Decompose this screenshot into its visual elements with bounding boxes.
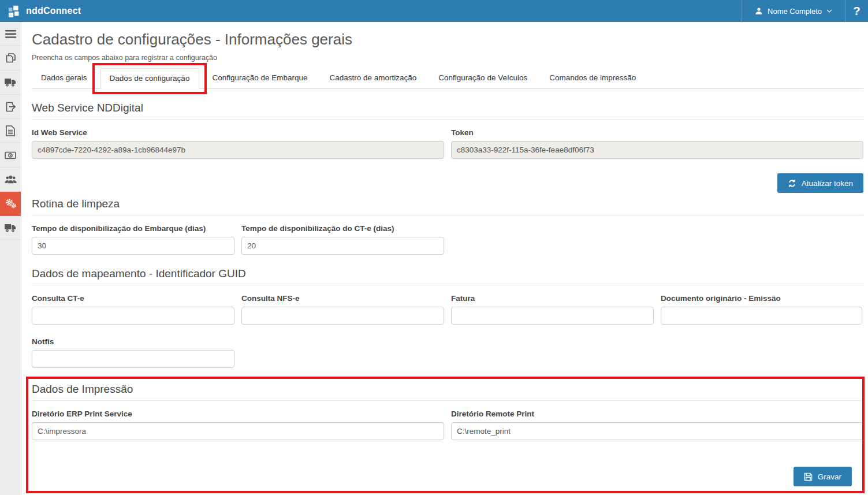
diretorio-erp-label: Diretório ERP Print Service [32,410,444,418]
tab-configuracao-de-veiculos[interactable]: Configuração de Veículos [429,68,537,89]
section-title-mapeamento: Dados de mapeamento - Identificador GUID [32,267,863,285]
user-name-label: Nome Completo [768,7,822,16]
notfis-label: Notfis [32,337,234,346]
tab-comandos-de-impressao[interactable]: Comandos de impressão [540,68,645,89]
consulta-cte-label: Consulta CT-e [32,294,234,303]
sidebar [0,22,21,495]
refresh-icon [788,179,796,188]
tempo-embarque-label: Tempo de disponibilização do Embarque (d… [32,224,234,233]
tempo-embarque-field[interactable] [32,237,234,255]
sidebar-item-export[interactable] [0,95,21,119]
chevron-down-icon [826,9,832,13]
sidebar-item-invoices[interactable] [0,119,21,143]
sidebar-item-billing[interactable] [0,143,21,168]
section-title-impressao: Dados de Impressão [32,379,863,401]
sidebar-item-shipments[interactable] [0,70,21,95]
consulta-cte-field[interactable] [32,307,234,325]
tab-configuracao-de-embarque[interactable]: Configuração de Embarque [203,68,316,89]
token-field [451,141,863,159]
diretorio-erp-field[interactable] [32,422,444,440]
tab-dados-gerais[interactable]: Dados gerais [32,68,96,89]
main-content: Cadastro de configurações - Informações … [21,22,868,495]
diretorio-remote-label: Diretório Remote Print [451,410,863,418]
export-icon [5,102,16,112]
fatura-label: Fatura [451,294,654,303]
app-name: nddConnect [26,6,81,16]
ndd-logo-icon [8,4,22,18]
notfis-field[interactable] [32,350,234,368]
money-icon [5,151,16,159]
gears-icon [5,198,17,209]
user-icon [755,7,763,15]
copy-icon [5,53,16,64]
sidebar-item-settings[interactable] [0,192,21,216]
save-button[interactable]: Gravar [794,467,852,486]
documento-originario-label: Documento originário - Emissão [661,294,862,303]
fatura-field[interactable] [451,307,654,325]
page-subtitle: Preencha os campos abaixo para registrar… [32,54,863,62]
documento-originario-field[interactable] [661,307,862,325]
question-mark-icon: ? [853,4,860,18]
tempo-cte-label: Tempo de disponibilização do CT-e (dias) [241,224,444,233]
top-bar: nddConnect Nome Completo ? [0,0,868,22]
refresh-token-button[interactable]: Atualizar token [777,173,863,193]
id-web-service-field [32,141,444,159]
tempo-cte-field[interactable] [241,237,444,255]
user-menu[interactable]: Nome Completo [742,0,845,22]
sidebar-item-vehicles[interactable] [0,216,21,240]
page-title: Cadastro de configurações - Informações … [32,31,863,49]
id-web-service-label: Id Web Service [32,128,444,137]
truck-icon [5,224,16,233]
menu-toggle[interactable] [0,22,21,46]
consulta-nfse-label: Consulta NFS-e [241,294,444,303]
app-logo: nddConnect [0,4,81,18]
save-icon [804,472,813,481]
consulta-nfse-field[interactable] [241,307,444,325]
sidebar-item-users[interactable] [0,168,21,192]
document-icon [6,125,15,136]
menu-icon [5,30,16,38]
truck-icon [5,78,16,87]
tab-bar: Dados gerais Dados de configuração Confi… [32,68,863,89]
tab-cadastro-de-amortizacao[interactable]: Cadastro de amortização [321,68,426,89]
token-label: Token [451,128,863,137]
users-icon [5,175,17,184]
diretorio-remote-field[interactable] [451,422,863,440]
section-title-limpeza: Rotina de limpeza [32,198,863,215]
sidebar-item-documents[interactable] [0,46,21,70]
help-button[interactable]: ? [845,0,868,22]
tab-dados-de-configuracao[interactable]: Dados de configuração [100,68,200,89]
section-title-webservice: Web Service NDDigital [32,102,863,120]
section-impressao: Dados de Impressão Diretório ERP Print S… [32,379,863,493]
